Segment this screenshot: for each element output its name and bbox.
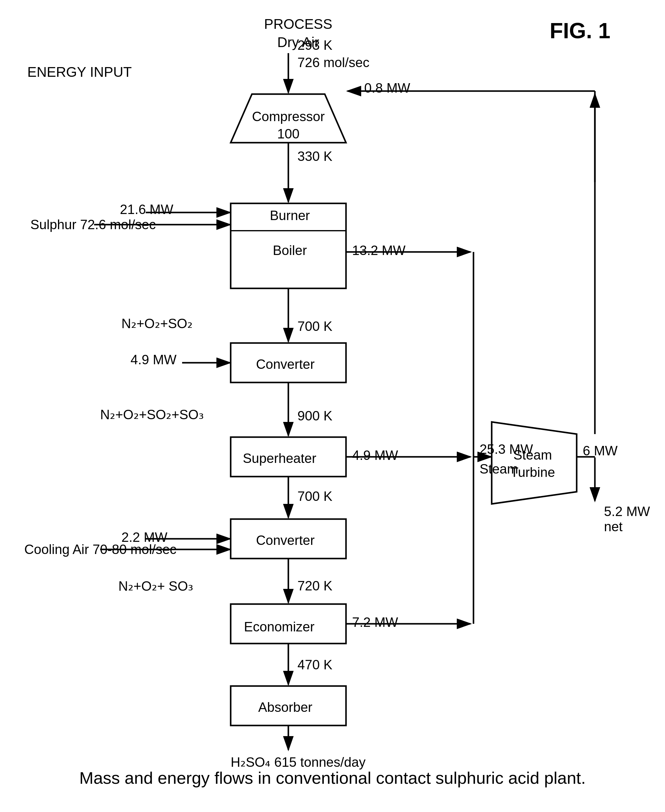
energy-input-label: ENERGY INPUT <box>27 64 132 80</box>
economizer-label: Economizer <box>243 619 316 634</box>
temp-900: 900 K <box>297 408 332 424</box>
temp-470: 470 K <box>297 657 332 672</box>
cooling-air-label: Cooling Air 70-80 mol/sec <box>24 542 176 557</box>
diagram-svg <box>0 0 665 812</box>
burner-label: Burner <box>254 208 326 223</box>
temp-700-2: 700 K <box>297 489 332 504</box>
gas3-label: N₂+O₂+ SO₃ <box>118 578 193 594</box>
energy-4-9-2: 4.9 MW <box>352 448 398 463</box>
energy-6: 6 MW <box>583 443 618 458</box>
compressor-label: Compressor 100 <box>252 108 325 142</box>
superheater-label: Superheater <box>243 451 316 466</box>
inlet-conditions: 293 K 726 mol/sec <box>297 36 369 71</box>
temp-720: 720 K <box>297 578 332 593</box>
page: FIG. 1 ENERGY INPUT PROCESS Dry Air <box>0 0 665 812</box>
energy-4-9-1: 4.9 MW <box>131 352 177 367</box>
temp-700-1: 700 K <box>297 319 332 334</box>
sulphur-label: Sulphur 72.6 mol/sec <box>30 217 156 232</box>
absorber-label: Absorber <box>249 700 322 715</box>
fig-title: FIG. 1 <box>550 18 610 43</box>
converter2-label: Converter <box>249 533 322 548</box>
caption: Mass and energy flows in conventional co… <box>0 768 665 788</box>
energy-21-6: 21.6 MW <box>120 202 173 217</box>
boiler-label: Boiler <box>254 243 326 258</box>
energy-7-2: 7.2 MW <box>352 615 398 630</box>
converter1-label: Converter <box>249 357 322 372</box>
energy-5-2: 5.2 MW net <box>604 504 665 534</box>
energy-13-2: 13.2 MW <box>352 243 406 258</box>
turbine-label: Steam Turbine <box>504 446 562 481</box>
gas1-label: N₂+O₂+SO₂ <box>121 316 193 331</box>
gas2-label: N₂+O₂+SO₂+SO₃ <box>100 407 204 422</box>
product-label: H₂SO₄ 615 tonnes/day <box>231 754 365 770</box>
temp-330: 330 K <box>297 149 332 164</box>
energy-0-8: 0.8 MW <box>364 80 410 96</box>
